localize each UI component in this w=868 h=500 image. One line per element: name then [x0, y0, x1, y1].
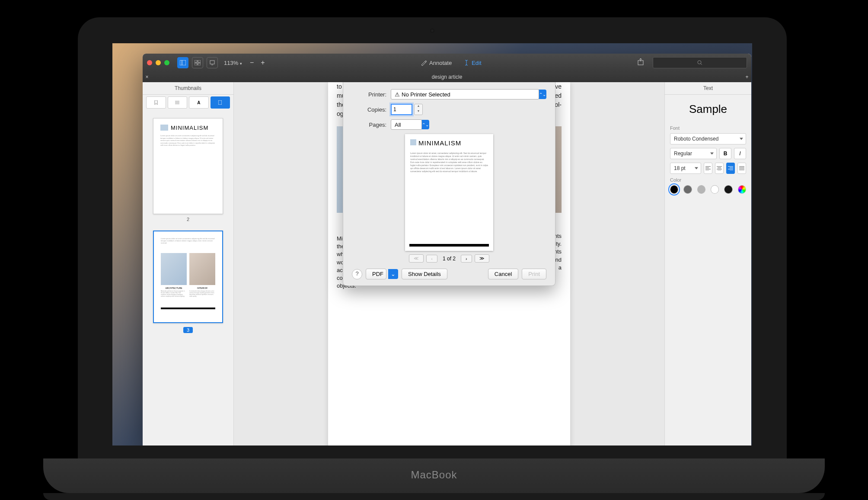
- pdf-dropdown-arrow[interactable]: ⌄: [388, 269, 398, 279]
- font-section-label: Font: [665, 125, 751, 131]
- font-size-select[interactable]: 18 pt: [670, 163, 701, 174]
- thumbnails-panel: Thumbnails A: [143, 82, 234, 446]
- panel-tab-outline[interactable]: [168, 96, 188, 109]
- svg-rect-6: [210, 61, 214, 64]
- copies-stepper[interactable]: ▲▼: [414, 104, 423, 115]
- color-swatch[interactable]: [697, 185, 705, 194]
- svg-rect-4: [195, 63, 197, 65]
- content-area: Thumbnails A: [143, 82, 751, 446]
- laptop-frame: 113% ▾ − + Annotate Edit: [78, 17, 787, 476]
- minimize-window[interactable]: [156, 60, 161, 65]
- pdf-dropdown[interactable]: PDF: [366, 269, 386, 279]
- thumbnail-number-selected: 3: [183, 327, 193, 333]
- pager-next-button[interactable]: ›: [461, 255, 472, 263]
- italic-button[interactable]: I: [734, 148, 746, 159]
- copies-input[interactable]: [391, 104, 412, 115]
- color-picker-button[interactable]: [738, 185, 746, 194]
- cancel-button[interactable]: Cancel: [488, 269, 518, 279]
- laptop-brand: MacBook: [43, 469, 825, 481]
- edit-button[interactable]: Edit: [464, 60, 481, 66]
- panel-tab-bookmarks[interactable]: [146, 96, 166, 109]
- bold-button[interactable]: B: [719, 148, 731, 159]
- align-justify-icon: [739, 166, 744, 170]
- thumbnails-list: MINIMALISM Lorem ipsum dolor sit amet co…: [143, 110, 233, 446]
- font-weight-select[interactable]: Regular: [670, 148, 717, 159]
- print-preview: MINIMALISM Lorem ipsum dolor sit amet, c…: [405, 134, 493, 251]
- color-swatch[interactable]: [683, 185, 692, 194]
- close-window[interactable]: [147, 60, 152, 65]
- zoom-window[interactable]: [164, 60, 169, 65]
- text-cursor-icon: [464, 60, 469, 66]
- tab-title: design article: [151, 74, 743, 80]
- font-family-select[interactable]: Roboto Condensed: [670, 133, 746, 144]
- align-right-button[interactable]: [726, 163, 735, 174]
- svg-rect-0: [180, 60, 186, 65]
- share-button[interactable]: [637, 58, 647, 67]
- svg-rect-16: [218, 100, 222, 105]
- preview-title: MINIMALISM: [410, 139, 488, 147]
- inspector-panel: Text Sample Font Roboto Condensed Regula…: [664, 82, 751, 446]
- thumbnail-title: MINIMALISM: [160, 125, 216, 131]
- webcam: [430, 29, 434, 33]
- page-icon: [218, 100, 222, 105]
- tab-close-button[interactable]: ×: [143, 74, 151, 80]
- pages-label: Pages:: [352, 122, 386, 128]
- align-left-button[interactable]: [704, 163, 712, 174]
- color-swatch[interactable]: [670, 185, 678, 194]
- view-slideshow-button[interactable]: [207, 57, 218, 68]
- panel-tab-thumbnails[interactable]: [211, 96, 230, 109]
- printer-label: Printer:: [352, 91, 386, 98]
- printer-select-arrow[interactable]: ⌃⌄: [539, 90, 546, 99]
- color-swatch[interactable]: [724, 185, 732, 194]
- print-dialog: Printer: ⚠No Printer Selected ⌃⌄ Copies:…: [343, 82, 555, 286]
- svg-rect-5: [198, 63, 201, 65]
- annotate-button[interactable]: Annotate: [421, 60, 452, 66]
- align-center-button[interactable]: [715, 163, 724, 174]
- align-justify-button[interactable]: [737, 163, 746, 174]
- align-left-icon: [705, 166, 711, 170]
- page-view[interactable]: to creamultiplethe engogy anc o servedop…: [234, 82, 664, 446]
- copies-label: Copies:: [352, 106, 386, 113]
- print-button[interactable]: Print: [522, 269, 546, 279]
- left-panel-title: Thumbnails: [143, 82, 233, 95]
- zoom-in-button[interactable]: +: [261, 59, 265, 67]
- show-details-button[interactable]: Show Details: [402, 269, 447, 279]
- thumbnail-page-3[interactable]: Lorem ipsum dolor sit amet consectetur a…: [153, 231, 223, 323]
- svg-point-11: [698, 61, 701, 64]
- svg-rect-2: [195, 60, 197, 62]
- view-sidebar-button[interactable]: [177, 57, 188, 68]
- pager-first-button[interactable]: ≪: [409, 254, 424, 263]
- view-grid-button[interactable]: [192, 57, 203, 68]
- help-button[interactable]: ?: [352, 269, 362, 279]
- window-controls: [147, 60, 169, 65]
- right-panel-title: Text: [665, 82, 751, 95]
- align-center-icon: [717, 166, 722, 170]
- pages-select-arrow[interactable]: ⌃⌄: [421, 120, 429, 129]
- page-indicator: 1 of 2: [443, 256, 456, 262]
- thumbnail-page-2[interactable]: MINIMALISM Lorem ipsum dolor sit amet co…: [153, 118, 223, 214]
- pager-last-button[interactable]: ≫: [475, 254, 489, 263]
- pager-prev-button[interactable]: ‹: [426, 255, 437, 263]
- zoom-dropdown[interactable]: 113% ▾: [224, 60, 242, 66]
- pages-select[interactable]: All: [391, 119, 422, 130]
- tab-add-button[interactable]: +: [743, 74, 751, 80]
- list-icon: [175, 101, 179, 104]
- align-right-icon: [728, 166, 733, 170]
- left-panel-tabs: A: [143, 95, 233, 110]
- svg-line-12: [701, 64, 702, 65]
- color-section-label: Color: [665, 177, 751, 183]
- color-swatch[interactable]: [711, 185, 719, 194]
- zoom-out-button[interactable]: −: [250, 59, 254, 67]
- text-sample: Sample: [665, 103, 751, 116]
- pencil-icon: [421, 60, 427, 66]
- app-window: 113% ▾ − + Annotate Edit: [143, 54, 751, 446]
- bookmark-icon: [154, 100, 158, 105]
- screen: 113% ▾ − + Annotate Edit: [112, 43, 752, 446]
- printer-select[interactable]: ⚠No Printer Selected: [391, 89, 539, 99]
- tab-bar: × design article +: [143, 72, 751, 82]
- thumbnail-number: 2: [153, 217, 223, 222]
- panel-tab-annotations[interactable]: A: [189, 96, 209, 109]
- search-input[interactable]: [653, 57, 747, 68]
- search-icon: [697, 60, 702, 65]
- laptop-base: MacBook: [43, 458, 825, 493]
